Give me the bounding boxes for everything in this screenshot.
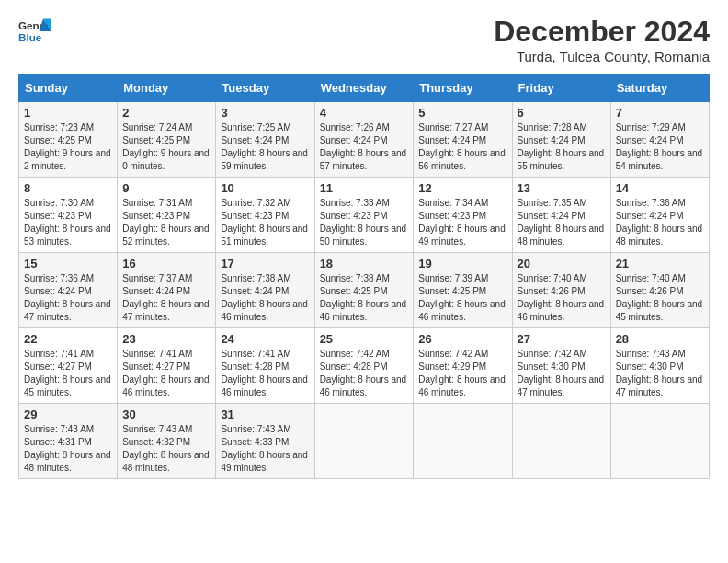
day-detail: Sunrise: 7:25 AMSunset: 4:24 PMDaylight:… xyxy=(221,122,308,171)
main-title: December 2024 xyxy=(494,15,710,49)
day-header-sunday: Sunday xyxy=(19,75,118,102)
calendar-cell: 27Sunrise: 7:42 AMSunset: 4:30 PMDayligh… xyxy=(512,328,610,404)
calendar-cell: 20Sunrise: 7:40 AMSunset: 4:26 PMDayligh… xyxy=(512,253,610,328)
day-detail: Sunrise: 7:36 AMSunset: 4:24 PMDaylight:… xyxy=(616,198,703,247)
day-number: 6 xyxy=(518,106,606,120)
day-detail: Sunrise: 7:30 AMSunset: 4:23 PMDaylight:… xyxy=(24,198,111,247)
day-detail: Sunrise: 7:23 AMSunset: 4:25 PMDaylight:… xyxy=(24,122,111,171)
day-header-friday: Friday xyxy=(512,75,610,102)
day-header-monday: Monday xyxy=(118,75,216,102)
day-detail: Sunrise: 7:42 AMSunset: 4:28 PMDaylight:… xyxy=(320,349,407,397)
calendar-cell: 26Sunrise: 7:42 AMSunset: 4:29 PMDayligh… xyxy=(414,328,512,404)
calendar-week-3: 15Sunrise: 7:36 AMSunset: 4:24 PMDayligh… xyxy=(19,253,710,328)
day-detail: Sunrise: 7:40 AMSunset: 4:26 PMDaylight:… xyxy=(518,273,605,322)
day-number: 3 xyxy=(221,106,309,120)
day-number: 15 xyxy=(24,257,112,270)
day-number: 23 xyxy=(122,332,210,346)
day-number: 4 xyxy=(320,106,409,120)
calendar-cell: 24Sunrise: 7:41 AMSunset: 4:28 PMDayligh… xyxy=(216,328,314,404)
day-number: 16 xyxy=(122,257,210,270)
calendar-cell: 12Sunrise: 7:34 AMSunset: 4:23 PMDayligh… xyxy=(414,178,512,253)
day-detail: Sunrise: 7:31 AMSunset: 4:23 PMDaylight:… xyxy=(122,198,210,247)
calendar-header: SundayMondayTuesdayWednesdayThursdayFrid… xyxy=(19,75,710,102)
logo: General Blue xyxy=(18,15,51,48)
day-number: 17 xyxy=(221,257,309,270)
calendar-cell: 17Sunrise: 7:38 AMSunset: 4:24 PMDayligh… xyxy=(216,253,314,328)
day-detail: Sunrise: 7:43 AMSunset: 4:32 PMDaylight:… xyxy=(122,424,210,473)
calendar-cell: 4Sunrise: 7:26 AMSunset: 4:24 PMDaylight… xyxy=(314,102,414,178)
day-header-tuesday: Tuesday xyxy=(216,75,314,102)
day-number: 9 xyxy=(122,181,210,195)
day-detail: Sunrise: 7:43 AMSunset: 4:31 PMDaylight:… xyxy=(24,424,111,473)
day-number: 7 xyxy=(616,106,704,120)
day-detail: Sunrise: 7:41 AMSunset: 4:27 PMDaylight:… xyxy=(122,349,210,397)
calendar-cell: 22Sunrise: 7:41 AMSunset: 4:27 PMDayligh… xyxy=(19,328,118,404)
day-detail: Sunrise: 7:38 AMSunset: 4:24 PMDaylight:… xyxy=(221,273,308,322)
day-detail: Sunrise: 7:37 AMSunset: 4:24 PMDaylight:… xyxy=(122,273,210,322)
day-detail: Sunrise: 7:26 AMSunset: 4:24 PMDaylight:… xyxy=(320,122,407,171)
logo-icon: General Blue xyxy=(18,15,51,48)
day-number: 31 xyxy=(221,408,309,421)
calendar-cell xyxy=(610,404,709,479)
day-detail: Sunrise: 7:29 AMSunset: 4:24 PMDaylight:… xyxy=(616,122,703,171)
calendar-week-5: 29Sunrise: 7:43 AMSunset: 4:31 PMDayligh… xyxy=(19,404,710,479)
calendar-cell: 31Sunrise: 7:43 AMSunset: 4:33 PMDayligh… xyxy=(216,404,314,479)
calendar-cell xyxy=(314,404,414,479)
day-number: 28 xyxy=(616,332,704,346)
title-section: December 2024 Turda, Tulcea County, Roma… xyxy=(494,15,710,64)
calendar-week-1: 1Sunrise: 7:23 AMSunset: 4:25 PMDaylight… xyxy=(19,102,710,178)
calendar-cell: 14Sunrise: 7:36 AMSunset: 4:24 PMDayligh… xyxy=(610,178,709,253)
calendar-cell: 8Sunrise: 7:30 AMSunset: 4:23 PMDaylight… xyxy=(19,178,118,253)
svg-text:Blue: Blue xyxy=(18,31,42,43)
day-detail: Sunrise: 7:27 AMSunset: 4:24 PMDaylight:… xyxy=(418,122,506,171)
subtitle: Turda, Tulcea County, Romania xyxy=(494,49,710,64)
day-number: 8 xyxy=(24,181,112,195)
day-number: 10 xyxy=(221,181,309,195)
day-detail: Sunrise: 7:42 AMSunset: 4:29 PMDaylight:… xyxy=(418,349,506,397)
day-number: 1 xyxy=(24,106,112,120)
day-number: 30 xyxy=(122,408,210,421)
calendar-cell: 28Sunrise: 7:43 AMSunset: 4:30 PMDayligh… xyxy=(610,328,709,404)
calendar-cell: 6Sunrise: 7:28 AMSunset: 4:24 PMDaylight… xyxy=(512,102,610,178)
day-detail: Sunrise: 7:38 AMSunset: 4:25 PMDaylight:… xyxy=(320,273,407,322)
day-number: 20 xyxy=(518,257,606,270)
calendar-cell: 15Sunrise: 7:36 AMSunset: 4:24 PMDayligh… xyxy=(19,253,118,328)
calendar-cell: 25Sunrise: 7:42 AMSunset: 4:28 PMDayligh… xyxy=(314,328,414,404)
calendar-cell: 11Sunrise: 7:33 AMSunset: 4:23 PMDayligh… xyxy=(314,178,414,253)
day-detail: Sunrise: 7:32 AMSunset: 4:23 PMDaylight:… xyxy=(221,198,308,247)
day-detail: Sunrise: 7:40 AMSunset: 4:26 PMDaylight:… xyxy=(616,273,703,322)
day-number: 11 xyxy=(320,181,409,195)
calendar-cell: 2Sunrise: 7:24 AMSunset: 4:25 PMDaylight… xyxy=(118,102,216,178)
calendar-cell: 29Sunrise: 7:43 AMSunset: 4:31 PMDayligh… xyxy=(19,404,118,479)
day-detail: Sunrise: 7:39 AMSunset: 4:25 PMDaylight:… xyxy=(418,273,506,322)
calendar-cell: 23Sunrise: 7:41 AMSunset: 4:27 PMDayligh… xyxy=(118,328,216,404)
day-header-wednesday: Wednesday xyxy=(314,75,414,102)
day-number: 2 xyxy=(122,106,210,120)
day-number: 18 xyxy=(320,257,409,270)
day-number: 13 xyxy=(518,181,606,195)
day-detail: Sunrise: 7:28 AMSunset: 4:24 PMDaylight:… xyxy=(518,122,605,171)
calendar-cell: 13Sunrise: 7:35 AMSunset: 4:24 PMDayligh… xyxy=(512,178,610,253)
calendar-cell: 30Sunrise: 7:43 AMSunset: 4:32 PMDayligh… xyxy=(118,404,216,479)
calendar-cell xyxy=(414,404,512,479)
calendar-cell: 9Sunrise: 7:31 AMSunset: 4:23 PMDaylight… xyxy=(118,178,216,253)
calendar-cell: 5Sunrise: 7:27 AMSunset: 4:24 PMDaylight… xyxy=(414,102,512,178)
day-detail: Sunrise: 7:34 AMSunset: 4:23 PMDaylight:… xyxy=(418,198,506,247)
day-number: 22 xyxy=(24,332,112,346)
calendar-cell: 3Sunrise: 7:25 AMSunset: 4:24 PMDaylight… xyxy=(216,102,314,178)
calendar-cell xyxy=(512,404,610,479)
day-detail: Sunrise: 7:36 AMSunset: 4:24 PMDaylight:… xyxy=(24,273,111,322)
day-detail: Sunrise: 7:35 AMSunset: 4:24 PMDaylight:… xyxy=(518,198,605,247)
day-header-thursday: Thursday xyxy=(414,75,512,102)
day-detail: Sunrise: 7:43 AMSunset: 4:33 PMDaylight:… xyxy=(221,424,308,473)
day-number: 26 xyxy=(418,332,506,346)
page-header: General Blue December 2024 Turda, Tulcea… xyxy=(18,15,710,64)
day-number: 25 xyxy=(320,332,409,346)
calendar-cell: 18Sunrise: 7:38 AMSunset: 4:25 PMDayligh… xyxy=(314,253,414,328)
day-number: 27 xyxy=(518,332,606,346)
day-number: 14 xyxy=(616,181,704,195)
calendar-cell: 1Sunrise: 7:23 AMSunset: 4:25 PMDaylight… xyxy=(19,102,118,178)
day-number: 12 xyxy=(418,181,506,195)
day-detail: Sunrise: 7:33 AMSunset: 4:23 PMDaylight:… xyxy=(320,198,407,247)
day-number: 5 xyxy=(418,106,506,120)
